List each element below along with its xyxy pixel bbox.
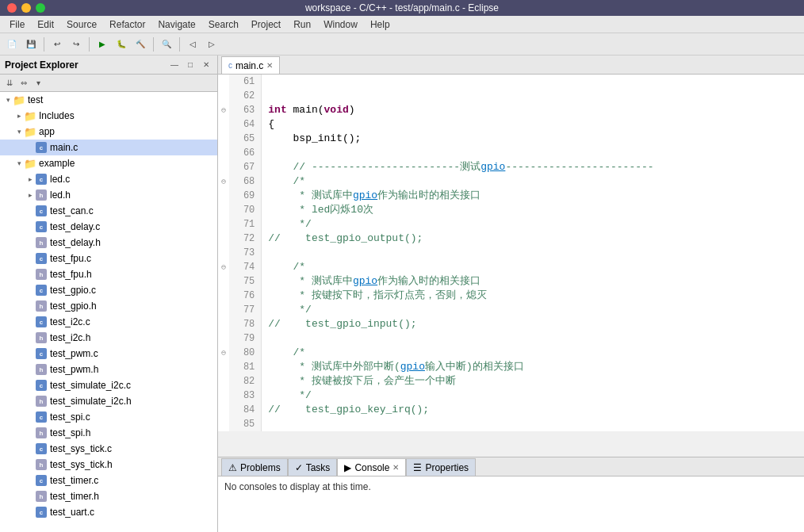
run-button[interactable]: ▶ xyxy=(94,36,111,53)
line-content[interactable]: * led闪烁10次 xyxy=(262,203,804,217)
code-editor[interactable]: 6162⊖63int main(void)64{65 bsp_init();66… xyxy=(218,75,804,431)
maximize-panel-button[interactable]: □ xyxy=(184,59,197,71)
tree-item-includes[interactable]: ▸📁Includes xyxy=(0,108,217,124)
menu-item-run[interactable]: Run xyxy=(287,17,317,32)
tree-item-test_gpio[interactable]: ctest_gpio.c xyxy=(0,282,217,298)
line-content[interactable]: * 测试库中gpio作为输入时的相关接口 xyxy=(262,274,804,289)
fold-marker[interactable]: ⊖ xyxy=(218,346,229,360)
menu-item-navigate[interactable]: Navigate xyxy=(151,17,201,32)
tree-item-test_gpio_h[interactable]: htest_gpio.h xyxy=(0,298,217,314)
tree-item-test_sys_tick[interactable]: ctest_sys_tick.c xyxy=(0,441,217,457)
menu-item-project[interactable]: Project xyxy=(245,17,287,32)
tree-item-test_timer[interactable]: ctest_timer.c xyxy=(0,473,217,488)
bottom-tab-console[interactable]: ▶Console✕ xyxy=(337,458,406,476)
tree-item-test_sys_tick_h[interactable]: htest_sys_tick.h xyxy=(0,457,217,473)
collapse-all-button[interactable]: ⇊ xyxy=(3,77,16,90)
bottom-tab-tasks[interactable]: ✓Tasks xyxy=(288,458,338,476)
fold-marker[interactable]: ⊖ xyxy=(218,174,229,189)
maximize-button[interactable] xyxy=(36,3,45,13)
tree-item-test_spi[interactable]: ctest_spi.c xyxy=(0,409,217,425)
line-content[interactable]: // test_gpio_key_irq(); xyxy=(262,403,804,417)
menu-item-file[interactable]: File xyxy=(3,17,31,32)
tree-item-test_delay[interactable]: ctest_delay.c xyxy=(0,219,217,235)
tree-arrow[interactable]: ▾ xyxy=(3,96,13,104)
menu-item-edit[interactable]: Edit xyxy=(31,17,60,32)
redo-button[interactable]: ↪ xyxy=(67,36,85,53)
tree-item-ledh[interactable]: ▸hled.h xyxy=(0,187,217,203)
tab-close-button[interactable]: ✕ xyxy=(266,61,273,70)
close-button[interactable] xyxy=(7,3,17,13)
code-scroll-wrapper[interactable]: 6162⊖63int main(void)64{65 bsp_init();66… xyxy=(218,75,804,457)
line-content[interactable]: /* xyxy=(262,260,804,274)
line-content[interactable]: * 按键被按下后，会产生一个中断 xyxy=(262,374,804,388)
debug-button[interactable]: 🐛 xyxy=(113,36,130,53)
line-content[interactable]: /* xyxy=(262,346,804,360)
menu-item-refactor[interactable]: Refactor xyxy=(103,17,151,32)
line-content[interactable] xyxy=(262,331,804,346)
tree-item-mainc[interactable]: cmain.c xyxy=(0,140,217,155)
tree-item-test_can[interactable]: ctest_can.c xyxy=(0,203,217,219)
tree-arrow[interactable]: ▾ xyxy=(14,128,24,136)
line-content[interactable] xyxy=(262,75,804,89)
line-content[interactable]: */ xyxy=(262,303,804,317)
panel-menu-button[interactable]: ▾ xyxy=(32,77,44,90)
line-content[interactable] xyxy=(262,146,804,160)
tree-arrow[interactable]: ▸ xyxy=(25,191,35,199)
tree-item-test_fpu_h[interactable]: htest_fpu.h xyxy=(0,266,217,282)
line-content[interactable]: */ xyxy=(262,388,804,403)
tree-item-test_simulate_i2c[interactable]: ctest_simulate_i2c.c xyxy=(0,377,217,393)
line-content[interactable] xyxy=(262,417,804,431)
tree-item-test_uart[interactable]: ctest_uart.c xyxy=(0,504,217,520)
back-button[interactable]: ◁ xyxy=(184,36,201,53)
tree-item-test_i2c_h[interactable]: htest_i2c.h xyxy=(0,330,217,346)
line-content[interactable]: // test_gpio_output(); xyxy=(262,232,804,246)
tree-item-test_spi_h[interactable]: htest_spi.h xyxy=(0,425,217,441)
bottom-tab-close[interactable]: ✕ xyxy=(392,463,399,472)
minimize-button[interactable] xyxy=(21,3,31,13)
editor-tab-mainc[interactable]: cmain.c✕ xyxy=(221,56,280,74)
tree-item-app[interactable]: ▾📁app xyxy=(0,124,217,140)
tree-item-test_fpu[interactable]: ctest_fpu.c xyxy=(0,251,217,266)
tree-item-test_timer_h[interactable]: htest_timer.h xyxy=(0,488,217,504)
close-panel-button[interactable]: ✕ xyxy=(200,59,212,71)
tree-item-test_i2c[interactable]: ctest_i2c.c xyxy=(0,314,217,330)
bottom-tab-problems[interactable]: ⚠Problems xyxy=(221,458,288,476)
tree-item-ledc[interactable]: ▸cled.c xyxy=(0,171,217,187)
line-content[interactable] xyxy=(262,89,804,103)
line-content[interactable]: // ------------------------测试gpio-------… xyxy=(262,160,804,174)
line-content[interactable]: int main(void) xyxy=(262,103,804,117)
line-content[interactable]: /* xyxy=(262,174,804,189)
forward-button[interactable]: ▷ xyxy=(203,36,220,53)
project-tree[interactable]: ▾📁test▸📁Includes▾📁appcmain.c▾📁example▸cl… xyxy=(0,92,217,532)
menu-item-source[interactable]: Source xyxy=(60,17,103,32)
menu-item-window[interactable]: Window xyxy=(317,17,364,32)
fold-marker[interactable]: ⊖ xyxy=(218,103,229,117)
line-content[interactable]: // test_gpio_input(); xyxy=(262,317,804,331)
tree-item-test_simulate_i2c_h[interactable]: htest_simulate_i2c.h xyxy=(0,393,217,409)
build-button[interactable]: 🔨 xyxy=(132,36,149,53)
line-content[interactable]: */ xyxy=(262,217,804,232)
tree-item-test_delay_h[interactable]: htest_delay.h xyxy=(0,235,217,251)
line-content[interactable]: * 测试库中外部中断(gpio输入中断)的相关接口 xyxy=(262,360,804,374)
tree-arrow[interactable]: ▸ xyxy=(14,112,24,120)
link-with-editor-button[interactable]: ⇔ xyxy=(17,77,30,90)
tree-item-test[interactable]: ▾📁test xyxy=(0,92,217,108)
minimize-panel-button[interactable]: — xyxy=(168,59,181,71)
line-content[interactable] xyxy=(262,246,804,260)
line-content[interactable]: bsp_init(); xyxy=(262,132,804,146)
tree-item-example[interactable]: ▾📁example xyxy=(0,155,217,171)
menu-item-help[interactable]: Help xyxy=(364,17,396,32)
tree-item-test_pwm_h[interactable]: htest_pwm.h xyxy=(0,362,217,377)
tree-item-test_pwm[interactable]: ctest_pwm.c xyxy=(0,346,217,362)
undo-button[interactable]: ↩ xyxy=(48,36,66,53)
line-content[interactable]: * 测试库中gpio作为输出时的相关接口 xyxy=(262,189,804,203)
search-button[interactable]: 🔍 xyxy=(158,36,175,53)
tree-arrow[interactable]: ▾ xyxy=(14,159,24,167)
line-content[interactable]: { xyxy=(262,117,804,132)
tree-arrow[interactable]: ▸ xyxy=(25,175,35,183)
line-content[interactable]: * 按键按下时，指示灯点亮，否则，熄灭 xyxy=(262,289,804,303)
save-button[interactable]: 💾 xyxy=(22,36,40,53)
fold-marker[interactable]: ⊖ xyxy=(218,260,229,274)
menu-item-search[interactable]: Search xyxy=(202,17,245,32)
bottom-tab-properties[interactable]: ☰Properties xyxy=(406,458,476,476)
